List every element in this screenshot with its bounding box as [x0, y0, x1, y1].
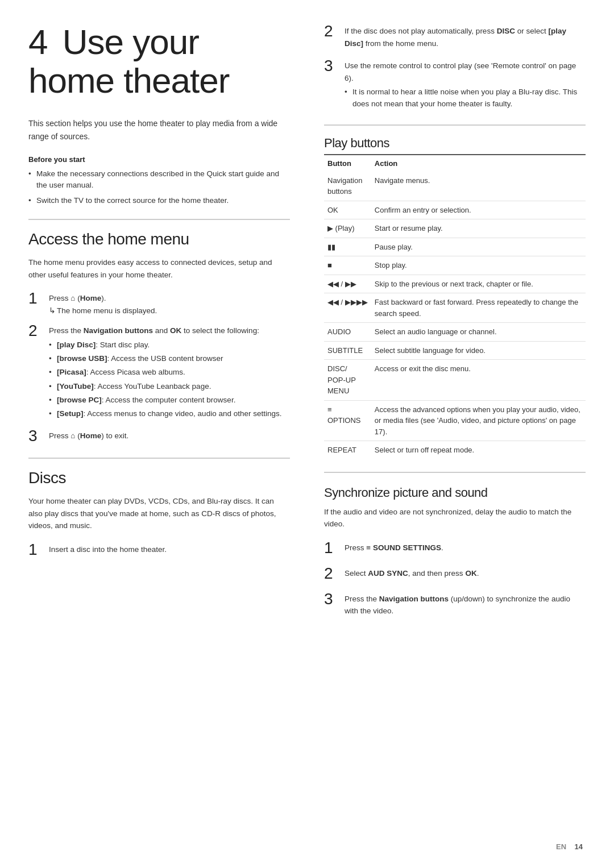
step-1: 1 Press ⌂ (Home). The home menu is displ…: [28, 290, 290, 317]
play-buttons-divider: [324, 124, 586, 126]
button-action: Navigate menus.: [371, 172, 586, 201]
play-disc-bracket: [play Disc]: [345, 27, 566, 48]
button-action: Pause play.: [371, 238, 586, 256]
table-row: ◀◀ / ▶▶▶▶ Fast backward or fast forward.…: [324, 293, 586, 323]
sync-step-2-content: Select AUD SYNC, and then press OK.: [345, 565, 586, 580]
discs-title: Discs: [28, 469, 290, 487]
page-number: EN 14: [556, 842, 583, 851]
left-column: 4 Use your home theater This section hel…: [28, 23, 307, 834]
page-num: 14: [575, 842, 583, 851]
step-2: 2 Press the Navigation buttons and OK to…: [28, 322, 290, 422]
chapter-title: 4 Use your home theater: [28, 23, 290, 100]
right-step-3: 3 Use the remote control to control play…: [324, 57, 586, 112]
before-start-list: Make the necessary connections described…: [28, 168, 290, 206]
page: 4 Use your home theater This section hel…: [0, 0, 614, 868]
table-row: ■ Stop play.: [324, 256, 586, 275]
home-label2: Home: [80, 431, 102, 440]
right-top: 2 If the disc does not play automaticall…: [324, 23, 586, 112]
home-icon-text2: ⌂: [70, 431, 75, 440]
button-name: ◀◀ / ▶▶▶▶: [324, 293, 371, 323]
button-name: ■: [324, 256, 371, 275]
home-icon-text: ⌂: [70, 294, 75, 302]
list-item: [play Disc]: Start disc play.: [49, 339, 290, 351]
sync-step-3-content: Press the Navigation buttons (up/down) t…: [345, 591, 586, 617]
right-step-3-list: It is normal to hear a little noise when…: [345, 86, 586, 110]
button-name: ▮▮: [324, 238, 371, 256]
table-row: ≡OPTIONS Access the advanced options whe…: [324, 400, 586, 441]
step-3: 3 Press ⌂ (Home) to exit.: [28, 427, 290, 445]
discs-body: Your home theater can play DVDs, VCDs, C…: [28, 495, 290, 532]
table-row: ▮▮ Pause play.: [324, 238, 586, 256]
step-1-sub: The home menu is displayed.: [49, 305, 290, 317]
disc-bold: DISC: [497, 27, 515, 35]
en-label: EN: [556, 842, 566, 851]
step-2-list: [play Disc]: Start disc play. [browse US…: [49, 339, 290, 420]
step-num-1: 1: [28, 290, 49, 308]
step-num-2: 2: [28, 322, 49, 340]
ok-bold-2: OK: [465, 569, 476, 578]
sync-step-1-content: Press ≡ SOUND SETTINGS.: [345, 539, 586, 554]
right-column: 2 If the disc does not play automaticall…: [307, 23, 586, 834]
discs-step-1-content: Insert a disc into the home theater.: [49, 541, 290, 556]
table-row: DISC/POP-UPMENU Access or exit the disc …: [324, 360, 586, 401]
table-row: ▶ (Play) Start or resume play.: [324, 219, 586, 238]
button-action: Skip to the previous or next track, chap…: [371, 275, 586, 293]
list-item: Switch the TV to the correct source for …: [28, 195, 290, 206]
list-item: [YouTube]: Access YouTube Leanback page.: [49, 381, 290, 392]
section-divider-2: [28, 458, 290, 459]
list-item: [browse PC]: Access the computer content…: [49, 394, 290, 406]
aud-sync-bold: AUD SYNC: [368, 569, 408, 578]
right-step-2-content: If the disc does not play automatically,…: [345, 23, 586, 49]
button-action: Fast backward or fast forward. Press rep…: [371, 293, 586, 323]
button-name: OK: [324, 201, 371, 219]
play-buttons-title: Play buttons: [324, 136, 586, 151]
discs-step-1: 1 Insert a disc into the home theater.: [28, 541, 290, 559]
nav-buttons-bold: Navigation buttons: [84, 326, 153, 335]
home-label: Home: [80, 294, 102, 302]
table-row: SUBTITLE Select subtitle language for vi…: [324, 341, 586, 360]
button-action: Start or resume play.: [371, 219, 586, 238]
button-action: Stop play.: [371, 256, 586, 275]
step-num-3: 3: [28, 427, 49, 445]
sync-step-3: 3 Press the Navigation buttons (up/down)…: [324, 591, 586, 617]
button-action: Select an audio language or channel.: [371, 323, 586, 342]
chapter-title-text: Use your home theater: [28, 22, 229, 100]
ok-bold: OK: [170, 326, 181, 335]
step-3-content: Press ⌂ (Home) to exit.: [49, 427, 290, 442]
sync-step-1: 1 Press ≡ SOUND SETTINGS.: [324, 539, 586, 557]
access-home-menu-title: Access the home menu: [28, 230, 290, 248]
right-step-num-2: 2: [324, 23, 345, 40]
sync-divider: [324, 472, 586, 473]
button-name: SUBTITLE: [324, 341, 371, 360]
play-buttons-section: Play buttons Button Action Navigationbut…: [324, 136, 586, 617]
button-name: AUDIO: [324, 323, 371, 342]
list-item: [browse USB]: Access the USB content bro…: [49, 353, 290, 364]
chapter-number: 4: [28, 22, 47, 61]
sync-step-num-3: 3: [324, 591, 345, 608]
button-name: ◀◀ / ▶▶: [324, 275, 371, 293]
sync-step-num-2: 2: [324, 565, 345, 583]
right-step-num-3: 3: [324, 57, 345, 75]
sync-step-2: 2 Select AUD SYNC, and then press OK.: [324, 565, 586, 583]
sync-section: Synchronize picture and sound If the aud…: [324, 485, 586, 617]
table-row: REPEAT Select or turn off repeat mode.: [324, 441, 586, 459]
table-row: AUDIO Select an audio language or channe…: [324, 323, 586, 342]
col-header-action: Action: [371, 155, 586, 172]
list-item: [Setup]: Access menus to change video, a…: [49, 408, 290, 420]
table-row: ◀◀ / ▶▶ Skip to the previous or next tra…: [324, 275, 586, 293]
button-action: Access or exit the disc menu.: [371, 360, 586, 401]
play-buttons-table: Button Action Navigationbuttons Navigate…: [324, 155, 586, 459]
sync-step-num-1: 1: [324, 539, 345, 557]
right-step-3-content: Use the remote control to control play (…: [345, 57, 586, 112]
button-action: Select subtitle language for video.: [371, 341, 586, 360]
button-name: ▶ (Play): [324, 219, 371, 238]
discs-step-num-1: 1: [28, 541, 49, 559]
right-step-2: 2 If the disc does not play automaticall…: [324, 23, 586, 49]
before-start-label: Before you start: [28, 155, 290, 164]
intro-text: This section helps you use the home thea…: [28, 117, 290, 143]
nav-buttons-bold-2: Navigation buttons: [379, 595, 449, 603]
access-home-menu-body: The home menu provides easy access to co…: [28, 256, 290, 281]
button-name: REPEAT: [324, 441, 371, 459]
table-row: OK Confirm an entry or selection.: [324, 201, 586, 219]
button-name: DISC/POP-UPMENU: [324, 360, 371, 401]
